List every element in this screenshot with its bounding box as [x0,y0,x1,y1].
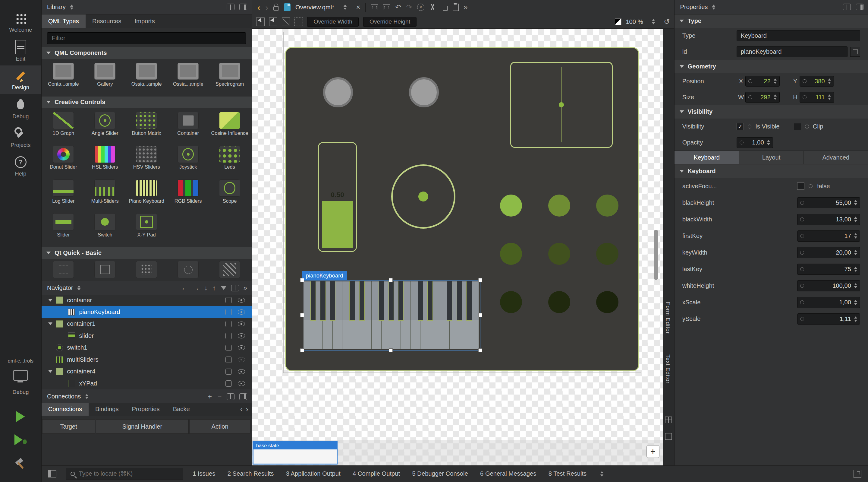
add-connection-icon[interactable]: + [208,393,212,400]
library-component-item[interactable] [167,260,209,280]
led-preview[interactable] [548,195,570,217]
binding-indicator-icon[interactable] [800,267,804,271]
library-component-item[interactable]: Cosine Influence [209,109,250,143]
tabs-scroll-left-icon[interactable]: ‹ [240,406,243,413]
id-alias-export-button[interactable] [850,47,860,57]
library-component-item[interactable]: HSV Sliders [126,143,167,177]
library-component-item[interactable]: Ossia...ample [126,60,167,93]
width-input[interactable]: 292 [745,92,780,103]
resize-handle[interactable] [300,278,304,282]
stepper-icons[interactable] [853,200,858,205]
section-header-qml-components[interactable]: QML Components [41,47,252,59]
section-header-visibility[interactable]: Visibility [675,105,868,118]
piano-keys[interactable] [304,281,479,349]
marquee-selection-icon[interactable] [269,18,278,26]
library-component-item[interactable]: RGB Sliders [167,177,209,210]
resize-handle[interactable] [478,278,482,282]
panel-combo-icon[interactable] [70,4,73,10]
stepper-icons[interactable] [773,94,778,100]
navigator-item[interactable]: xYPad [41,378,252,389]
opacity-input[interactable]: 1,00 [737,137,773,148]
tabs-scroll-right-icon[interactable]: › [246,406,248,413]
binding-indicator-icon[interactable] [803,95,807,99]
zoom-reset-button[interactable]: ↺ [664,18,670,25]
close-panel-icon[interactable] [856,4,864,10]
binding-indicator-icon[interactable] [800,234,804,238]
properties-tab[interactable]: Layout [739,151,804,164]
section-header-creative-controls[interactable]: Creative Controls [41,96,252,108]
redo-button[interactable]: ↷ [406,4,412,11]
export-toggle-icon[interactable] [225,345,231,351]
tab-form-editor[interactable]: Form Editor [664,302,671,334]
export-toggle-icon[interactable] [225,297,231,303]
close-panel-icon[interactable] [239,4,247,10]
stepper-icons[interactable] [766,140,771,145]
stepper-icons[interactable] [853,217,858,222]
binding-indicator-icon[interactable] [800,218,804,221]
mode-item[interactable]: Edit [0,36,41,65]
stepper-icons[interactable] [853,316,858,322]
property-number-input[interactable]: 75 [797,264,860,275]
library-component-item[interactable]: Angle Slider [84,109,126,143]
knob-control-preview[interactable] [323,77,353,107]
output-pane-button[interactable]: 3 Application Output [286,470,341,477]
run-button[interactable] [16,411,25,422]
overflow-menu-icon[interactable]: » [244,285,247,291]
debug-run-button[interactable] [14,434,27,446]
navigator-item[interactable]: container1 [41,318,252,330]
donut-slider-preview[interactable] [391,164,456,229]
resize-handle[interactable] [389,348,393,352]
stepper-icons[interactable] [853,300,858,305]
xy-pad-preview[interactable] [510,62,613,148]
navigator-item[interactable]: container4 [41,366,252,377]
clip-checkbox[interactable] [794,123,801,130]
visibility-eye-icon[interactable] [238,381,245,386]
mode-item[interactable]: Debug [0,94,41,123]
stepper-icons[interactable] [853,233,858,238]
expander-icon[interactable] [48,322,55,325]
panel-combo-icon[interactable] [85,394,88,399]
library-component-item[interactable]: Switch [84,210,126,244]
library-component-item[interactable]: Leds [209,143,250,177]
canvas-vertical-scrollbar[interactable] [654,230,658,280]
paste-icon[interactable] [453,4,459,11]
library-component-item[interactable]: 1D Graph [42,109,84,143]
output-pane-button[interactable]: 6 General Messages [480,470,536,477]
connections-tab[interactable]: Properties [125,403,166,416]
slider-preview[interactable]: 0.50 [318,142,357,252]
add-state-button[interactable]: + [647,445,659,458]
navigator-item[interactable]: multiSliders [41,354,252,366]
piano-black-key[interactable] [378,281,384,321]
container-preview[interactable]: 0.50 [285,47,639,371]
piano-keyboard-selection[interactable] [302,280,480,350]
properties-tab[interactable]: Advanced [804,151,868,164]
library-component-item[interactable]: Scope [209,177,250,210]
remove-connection-icon[interactable]: − [218,393,222,400]
toggle-right-sidebar-icon[interactable] [854,470,861,478]
property-number-input[interactable]: 1,11 [797,313,860,324]
split-panel-icon[interactable] [227,4,235,10]
library-tab[interactable]: QML Types [41,15,86,28]
export-toggle-icon[interactable] [225,380,231,387]
output-pane-combo-icon[interactable] [600,471,603,477]
led-preview[interactable] [548,291,570,313]
binding-indicator-icon[interactable] [805,124,809,129]
expander-icon[interactable] [48,370,55,373]
toolbar-overflow-icon[interactable]: » [464,4,467,11]
split-panel-icon[interactable] [227,393,235,400]
piano-black-key[interactable] [418,281,423,321]
led-preview[interactable] [500,195,522,217]
xy-pad-cursor-dot[interactable] [559,102,564,107]
library-component-item[interactable]: Spectrogram [209,60,250,93]
move-mode-icon[interactable] [282,18,290,26]
split-panel-icon[interactable] [231,285,239,291]
binding-indicator-icon[interactable] [800,201,804,205]
piano-black-key[interactable] [427,281,433,321]
led-preview[interactable] [596,291,618,313]
library-component-item[interactable] [42,260,84,280]
stepper-icons[interactable] [853,283,858,289]
panel-combo-icon[interactable] [78,285,81,291]
copy-icon[interactable] [441,4,447,10]
property-number-input[interactable]: 17 [797,230,860,242]
type-input[interactable]: Keyboard [737,30,860,41]
